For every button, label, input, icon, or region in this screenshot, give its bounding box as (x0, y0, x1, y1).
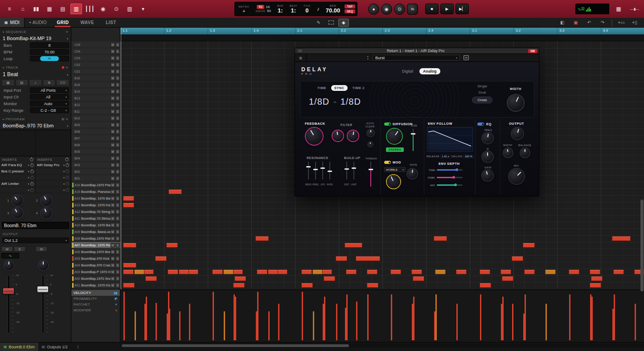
play-button[interactable]: ▶ (440, 4, 454, 14)
horizontal-scroll-thumb[interactable] (122, 344, 349, 347)
marquee-tool-icon[interactable] (326, 19, 336, 26)
output-width-knob[interactable] (504, 148, 513, 157)
insert-slot[interactable]: ▾ (0, 187, 35, 193)
insert-slot[interactable]: AIR Limiter▾ (0, 181, 35, 187)
qlink-knob-4[interactable] (41, 208, 52, 218)
fader-handle[interactable] (3, 288, 14, 294)
solo-button[interactable]: S (115, 196, 120, 201)
digital-mode-button[interactable]: Digital (398, 68, 417, 74)
track-row[interactable]: B13MS (71, 95, 120, 102)
midi-note[interactable] (523, 243, 535, 248)
mute-button[interactable]: M (111, 102, 115, 107)
velocity-bar[interactable] (502, 297, 504, 340)
solo-button[interactable]: S (115, 229, 120, 234)
track-row[interactable]: A13BoomBap. 1970 KeysMS (71, 202, 120, 208)
mute-button[interactable]: M (111, 276, 115, 281)
velocity-lane[interactable] (120, 290, 644, 342)
midi-note[interactable] (367, 269, 377, 274)
bars-field[interactable]: 8 (30, 42, 69, 48)
program-edit-icon[interactable]: ⊞ (62, 117, 65, 121)
slider-limit[interactable]: LIMIT (350, 162, 357, 187)
beat-block[interactable]: BEAT 1: (288, 3, 299, 15)
insert-slot[interactable]: AIR Delay Pro▾ (36, 162, 71, 168)
solo-button[interactable]: S (115, 56, 120, 61)
track-row[interactable]: A05BoomBap.970 Kick 2MS (71, 255, 120, 262)
mixer-icon[interactable]: ▮▮ (30, 4, 42, 14)
redo-button[interactable]: ↷ (598, 19, 607, 26)
midi-note[interactable] (134, 269, 145, 274)
step-seq-icon[interactable]: ▧ (124, 4, 135, 14)
plugin-menu-icon[interactable]: ≡ (295, 54, 307, 61)
midi-note[interactable] (155, 256, 167, 261)
record-button[interactable]: ● (368, 4, 379, 15)
track-row[interactable]: A11BoomBap.70 StrloopMS (71, 215, 120, 222)
midi-note[interactable] (168, 189, 182, 194)
solo-button[interactable]: S (115, 236, 120, 241)
midi-note[interactable] (500, 269, 511, 274)
midi-note[interactable] (569, 269, 579, 274)
midi-note[interactable] (346, 269, 357, 274)
insert-slot[interactable]: ▾ (36, 187, 71, 193)
solo-button[interactable]: S (115, 163, 120, 167)
track-row[interactable]: A14BoomBap. 1970 BellsMS (71, 195, 120, 202)
velocity-bar[interactable] (525, 294, 526, 340)
auto-clear-trim-knob[interactable] (368, 142, 373, 147)
mute-button[interactable]: M (36, 246, 47, 252)
tab-midi[interactable]: ▦ MIDI (0, 18, 25, 27)
midi-note[interactable] (301, 283, 313, 288)
lane-resize-icon[interactable]: ▴▾ (78, 345, 79, 349)
preset-stepper[interactable]: ▴▾ (367, 55, 369, 60)
velocity-bar[interactable] (456, 304, 458, 340)
track-selector[interactable]: 1 Beat ▾ (0, 70, 71, 78)
track-row[interactable]: B15MS (71, 82, 120, 88)
velocity-bar[interactable] (313, 311, 314, 340)
solo-button[interactable]: S (115, 122, 120, 127)
solo-button[interactable]: S (115, 109, 120, 114)
solo-button[interactable]: S (115, 256, 120, 261)
midi-note[interactable] (223, 269, 234, 274)
playhead[interactable] (121, 28, 121, 290)
power-icon[interactable] (30, 188, 34, 192)
keygroup-icon[interactable]: ▤ (16, 79, 29, 86)
ruler-label[interactable]: 3.2 (513, 28, 557, 34)
solo-button[interactable]: S (115, 76, 120, 81)
setting-value-dropdown[interactable]: C-2 - G8▾ (30, 107, 69, 113)
track-row[interactable]: A07BoomBap. 1970 RideMS (71, 242, 120, 249)
tab-grid[interactable]: GRID (51, 18, 74, 27)
solo-button[interactable]: S (115, 243, 120, 248)
program-tab[interactable]: ▦ BoomB.0 Ebm (0, 343, 38, 351)
mute-button[interactable]: M (111, 183, 115, 188)
midi-note[interactable] (434, 236, 447, 241)
velocity-bar[interactable] (367, 294, 369, 340)
setting-value-dropdown[interactable]: All Ports▾ (30, 87, 69, 93)
mute-button[interactable]: M (111, 156, 115, 161)
plugin-on-toggle[interactable]: ON (528, 49, 537, 53)
qlink-knob-1[interactable] (12, 195, 23, 206)
mute-button[interactable]: M (111, 76, 115, 81)
solo-button[interactable]: S (115, 82, 120, 87)
ruler-label[interactable]: 2.2 (339, 28, 382, 34)
track-row[interactable]: A04BoomBap.970 CrashMS (71, 262, 120, 269)
keyboard-icon[interactable]: ▦ (613, 4, 624, 14)
pad-grid-icon[interactable]: ▦ (44, 4, 55, 14)
balance-knob[interactable] (521, 148, 529, 157)
pad-name-field[interactable]: BoomB. 70 Ebm (2, 222, 69, 229)
mute-button[interactable]: M (111, 263, 115, 268)
mute-button[interactable]: M (111, 223, 115, 228)
tab-list[interactable]: LIST (100, 18, 122, 27)
insert-slot[interactable]: ▾ (0, 175, 35, 181)
solo-button[interactable]: S (115, 169, 120, 174)
track-row[interactable]: B14MS (71, 88, 120, 95)
midi-note[interactable] (356, 256, 380, 261)
undo-button[interactable]: ↶ (584, 19, 594, 26)
track-row[interactable]: C05MS (71, 41, 120, 48)
solo-button[interactable]: S (115, 263, 120, 268)
midi-note[interactable] (123, 283, 135, 288)
eq-gain-knob[interactable] (482, 170, 493, 181)
mute-button[interactable]: M (111, 163, 115, 167)
midi-note[interactable] (524, 269, 535, 274)
single-option[interactable]: Single (472, 84, 492, 88)
midi-note[interactable] (233, 269, 243, 274)
ruler-label[interactable]: 2.1 (295, 28, 339, 34)
track-row[interactable]: A08BoomBap.1970 Ride2MS (71, 235, 120, 242)
